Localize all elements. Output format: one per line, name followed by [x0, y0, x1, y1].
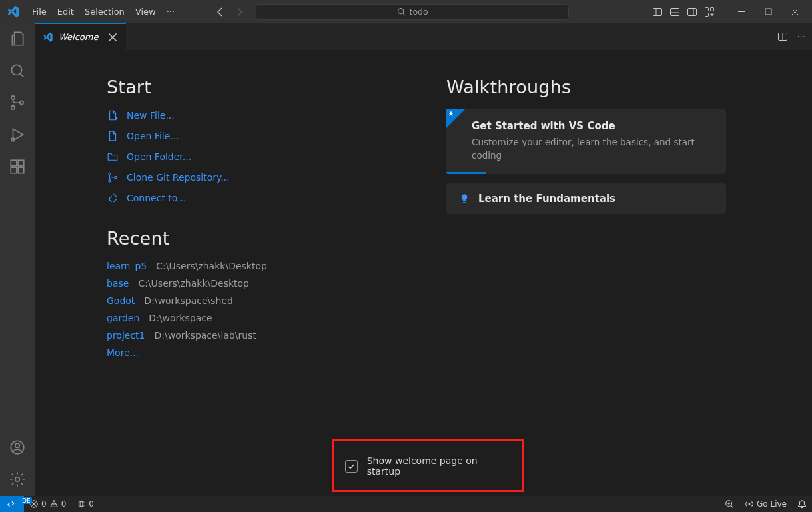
status-go-live-label: Go Live [757, 499, 787, 509]
walkthrough-title: Get Started with VS Code [472, 120, 714, 132]
walkthroughs-heading: Walkthroughs [446, 77, 726, 97]
svg-point-8 [11, 65, 21, 75]
status-zoom[interactable] [719, 499, 739, 509]
svg-rect-5 [711, 7, 714, 11]
recent-heading: Recent [107, 228, 380, 249]
svg-rect-3 [688, 8, 697, 15]
split-editor-icon[interactable] [777, 31, 788, 42]
walkthrough-progress [446, 172, 486, 174]
search-text: todo [410, 7, 428, 17]
nav-back-icon[interactable] [214, 7, 225, 17]
svg-point-0 [398, 9, 403, 14]
recent-more-link[interactable]: More... [107, 347, 380, 358]
command-center-search[interactable]: todo [256, 4, 569, 20]
svg-rect-2 [671, 8, 679, 15]
recent-item[interactable]: learn_p5C:\Users\zhakk\Desktop [107, 261, 380, 271]
language-badge: DE [21, 497, 32, 504]
walkthrough-row-title: Learn the Fundamentals [478, 193, 615, 205]
toggle-secondary-sidebar-icon[interactable] [687, 7, 697, 17]
accounts-icon[interactable] [9, 439, 26, 456]
toggle-panel-icon[interactable] [669, 7, 680, 17]
show-welcome-checkbox[interactable] [345, 460, 358, 473]
star-icon: ★ [448, 109, 454, 118]
new-file-link[interactable]: New File... [107, 109, 380, 121]
svg-rect-24 [463, 202, 466, 203]
explorer-icon[interactable] [9, 30, 26, 47]
svg-rect-16 [18, 160, 24, 166]
window-close-button[interactable] [781, 0, 808, 23]
svg-rect-15 [18, 167, 24, 173]
status-warnings-count: 0 [61, 499, 67, 509]
editor-more-actions-icon[interactable]: ··· [797, 32, 805, 42]
status-ports-count: 0 [89, 499, 94, 509]
svg-rect-7 [765, 9, 771, 15]
walkthrough-get-started[interactable]: ★ Get Started with VS Code Customize you… [446, 109, 726, 174]
svg-point-22 [109, 180, 111, 182]
connect-to-link[interactable]: Connect to... [107, 192, 380, 204]
svg-point-10 [11, 106, 15, 109]
clone-repo-label: Clone Git Repository... [127, 172, 230, 183]
svg-point-11 [20, 101, 23, 104]
window-minimize-button[interactable] [728, 0, 755, 23]
new-file-label: New File... [127, 110, 175, 121]
svg-point-27 [748, 503, 750, 505]
vscode-logo-icon [7, 5, 20, 19]
status-errors-count: 0 [41, 499, 47, 509]
tab-close-icon[interactable] [107, 32, 118, 43]
nav-forward-icon[interactable] [234, 7, 245, 17]
extensions-icon[interactable] [9, 158, 26, 175]
open-file-label: Open File... [127, 131, 179, 141]
start-heading: Start [107, 77, 380, 97]
tab-welcome[interactable]: Welcome [35, 23, 126, 50]
status-ports[interactable]: 0 [71, 496, 99, 512]
recent-item[interactable]: GodotD:\workspace\shed [107, 295, 380, 306]
menu-overflow[interactable]: ··· [161, 4, 180, 19]
svg-rect-6 [705, 13, 709, 16]
connect-to-label: Connect to... [127, 193, 187, 203]
menu-view[interactable]: View [130, 4, 161, 19]
walkthrough-desc: Customize your editor, learn the basics,… [472, 136, 714, 162]
open-folder-link[interactable]: Open Folder... [107, 151, 380, 163]
recent-item[interactable]: baseC:\Users\zhakk\Desktop [107, 278, 380, 289]
walkthrough-learn-fundamentals[interactable]: Learn the Fundamentals [446, 183, 726, 214]
recent-item[interactable]: gardenD:\workspace [107, 313, 380, 323]
run-debug-icon[interactable] [9, 126, 26, 143]
svg-rect-1 [653, 8, 662, 15]
show-welcome-label: Show welcome page on startup [367, 455, 512, 477]
menu-selection[interactable]: Selection [79, 4, 130, 19]
svg-rect-13 [11, 160, 17, 166]
svg-point-23 [115, 176, 117, 178]
status-go-live[interactable]: Go Live [739, 499, 792, 509]
tab-title: Welcome [59, 32, 98, 42]
window-maximize-button[interactable] [755, 0, 781, 23]
settings-gear-icon[interactable]: DE [9, 471, 26, 488]
svg-rect-4 [705, 7, 709, 11]
svg-point-9 [11, 96, 15, 99]
svg-rect-14 [11, 167, 17, 173]
open-file-link[interactable]: Open File... [107, 130, 380, 142]
svg-point-19 [15, 477, 20, 482]
recent-list: learn_p5C:\Users\zhakk\Desktop baseC:\Us… [107, 261, 380, 358]
toggle-primary-sidebar-icon[interactable] [652, 7, 663, 17]
clone-repo-link[interactable]: Clone Git Repository... [107, 171, 380, 183]
status-notifications[interactable] [792, 499, 812, 509]
svg-point-18 [15, 443, 20, 448]
customize-layout-icon[interactable] [704, 7, 715, 17]
open-folder-label: Open Folder... [127, 151, 191, 162]
search-icon[interactable] [9, 62, 26, 79]
recent-item[interactable]: project1D:\workspace\lab\rust [107, 330, 380, 341]
svg-point-21 [109, 173, 111, 175]
show-welcome-highlight: Show welcome page on startup [332, 439, 524, 492]
menu-file[interactable]: File [27, 4, 52, 19]
source-control-icon[interactable] [9, 94, 26, 111]
menu-edit[interactable]: Edit [52, 4, 79, 19]
